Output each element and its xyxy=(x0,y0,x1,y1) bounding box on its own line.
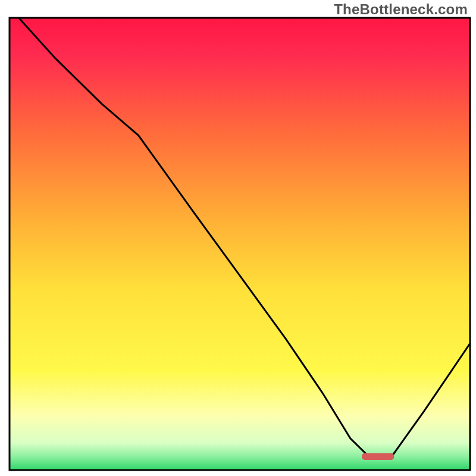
gradient-background xyxy=(10,18,470,470)
chart-container: TheBottleneck.com xyxy=(0,0,476,476)
watermark-text: TheBottleneck.com xyxy=(334,1,468,18)
bottleneck-chart xyxy=(0,0,476,476)
optimal-marker xyxy=(362,453,394,460)
